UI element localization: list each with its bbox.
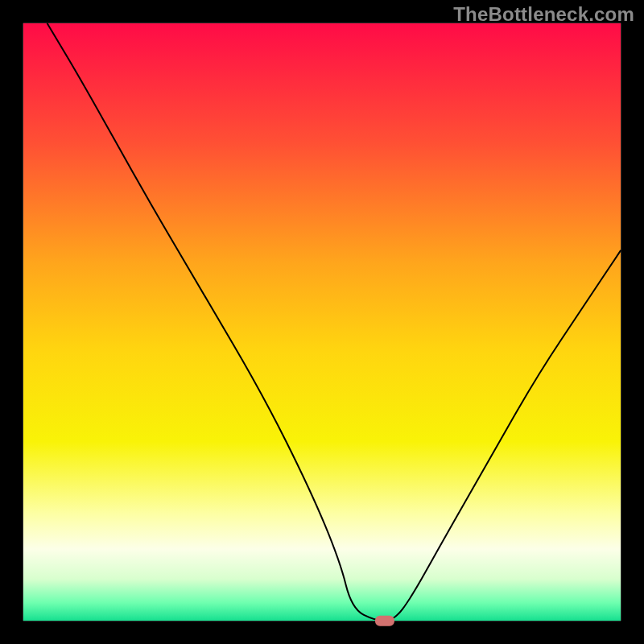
chart-container: TheBottleneck.com [0,0,644,644]
bottleneck-chart [0,0,644,644]
svg-rect-2 [0,0,23,644]
watermark-text: TheBottleneck.com [453,3,634,26]
svg-rect-1 [0,621,644,644]
chart-background [23,23,621,621]
svg-rect-3 [621,0,644,644]
minimum-marker [375,616,394,626]
